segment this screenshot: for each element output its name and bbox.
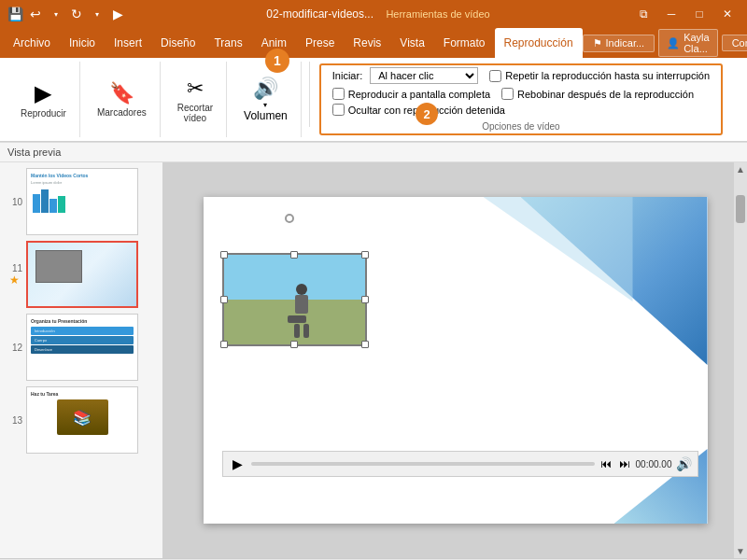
handle-bot-left[interactable] [220,341,228,348]
volume-dropdown-arrow: ▾ [263,101,267,109]
menu-trans[interactable]: Trans [204,28,251,58]
options-row-2: Reproducir a pantalla completa Rebobinar… [332,88,710,100]
vista-previa-label: Vista previa [7,147,61,158]
window-controls: ⧉ ─ □ ✕ [631,5,740,23]
skip-forward-button[interactable]: ⏭ [617,455,632,472]
slide-canvas: ▶ ⏮ ⏭ 00:00.00 🔊 [204,197,708,524]
menu-insert[interactable]: Insert [105,28,151,58]
play-button[interactable]: ▶ Reproducir [15,77,72,122]
ribbon-options-group: 2 Iniciar: Al hacer clic Automáticamente… [319,63,723,135]
iniciar-select[interactable]: Al hacer clic Automáticamente [370,67,478,84]
ribbon: 1 ▶ Reproducir 🔖 Marcadores ✂ Recortar v… [0,58,747,142]
volume-icon: 🔊 [253,77,278,101]
slide-panel[interactable]: 10 Mantén los Vídeos Cortos Lorem ipsum … [0,162,163,558]
person-silhouette [288,284,316,340]
markers-icon: 🔖 [109,81,134,105]
handle-top-left[interactable] [220,251,228,259]
slide-item-12[interactable]: 12 Organiza tu Presentación Introducción… [4,312,159,383]
video-progress-bar[interactable] [251,462,595,466]
user-button[interactable]: 👤 Kayla Cla... [658,29,718,57]
trim-button[interactable]: ✂ Recortar vídeo [172,73,218,127]
markers-button[interactable]: 🔖 Marcadores [92,77,152,121]
handle-mid-right[interactable] [361,296,369,303]
menu-formato[interactable]: Formato [434,28,495,58]
restore-btn[interactable]: ⧉ [631,5,655,23]
scroll-thumb-area [734,176,747,544]
title-bar: 💾 ↩ ▾ ↻ ▾ ▶ 02-modificar-videos... Herra… [0,0,747,28]
books-icon: 📚 [57,399,108,435]
badge-1: 1 [265,49,289,73]
share-button[interactable]: Compartir [722,35,747,51]
undo-icon[interactable]: ↩ [28,7,43,21]
hide-input[interactable] [332,104,345,116]
volume-content: 🔊 ▾ Volumen [238,62,293,137]
trim-content: ✂ Recortar vídeo [172,62,218,137]
menu-revis[interactable]: Revis [344,28,390,58]
handle-bot-right[interactable] [361,341,369,348]
handle-bot-mid[interactable] [290,341,298,348]
slide-thumb-13[interactable]: Haz tu Tarea 📚 [26,386,138,454]
redo-icon[interactable]: ↻ [69,7,84,21]
scroll-thumb[interactable] [736,195,745,223]
slide-thumb-11[interactable] [26,241,138,308]
slide-thumb-10[interactable]: Mantén los Vídeos Cortos Lorem ipsum dol… [26,168,138,235]
fullscreen-checkbox[interactable]: Reproducir a pantalla completa [332,88,490,100]
rewind-checkbox[interactable]: Rebobinar después de la reproducción [501,88,694,100]
slide-item-10[interactable]: 10 Mantén los Vídeos Cortos Lorem ipsum … [4,166,159,237]
repeat-checkbox[interactable]: Repetir la reproducción hasta su interru… [489,70,710,82]
present-icon[interactable]: ▶ [110,7,125,21]
edit-area[interactable]: ▶ ⏮ ⏭ 00:00.00 🔊 ▲ ▼ [163,162,747,558]
badge-2: 2 [416,103,438,125]
bg-shape-2 [484,197,633,328]
play-content: ▶ Reproducir [15,62,72,137]
slide-item-11[interactable]: 11 ★ [4,239,159,310]
slide-number-10: 10 [6,197,22,207]
options-row-1: Iniciar: Al hacer clic Automáticamente R… [332,67,710,84]
menu-inicio[interactable]: Inicio [60,28,105,58]
undo-dropdown[interactable]: ▾ [49,7,63,21]
volume-button[interactable]: 🔊 ▾ Volumen [238,73,293,126]
close-btn[interactable]: ✕ [715,5,740,23]
scroll-down-arrow[interactable]: ▼ [734,544,747,558]
handle-top-mid[interactable] [290,251,298,259]
video-thumbnail [224,255,365,344]
video-volume-icon[interactable]: 🔊 [676,456,692,471]
handle-top-right[interactable] [361,251,369,259]
video-element[interactable] [222,253,367,346]
ribbon-group-play: ▶ Reproducir [7,62,80,137]
ribbon-group-volume: 🔊 ▾ Volumen [231,62,302,137]
menu-reproduccion[interactable]: Reproducción [495,28,583,58]
title-icons: 💾 ↩ ▾ ↻ ▾ ▶ [7,7,125,21]
minimize-btn[interactable]: ─ [659,5,684,23]
repeat-input[interactable] [489,70,501,82]
maximize-btn[interactable]: □ [687,5,712,23]
fullscreen-input[interactable] [332,88,345,100]
skip-back-button[interactable]: ⏮ [599,455,613,472]
menu-prese[interactable]: Prese [296,28,344,58]
handle-mid-left[interactable] [220,296,228,303]
ribbon-sep [309,62,310,127]
rewind-input[interactable] [501,88,514,100]
user-icon: 👤 [667,37,680,49]
iniciar-row: Iniciar: Al hacer clic Automáticamente [332,67,478,84]
rewind-label: Rebobinar después de la reproducción [517,89,694,100]
menu-vista[interactable]: Vista [390,28,433,58]
slide-item-13[interactable]: 13 Haz tu Tarea 📚 [4,385,159,455]
time-display: 00:00.00 [636,459,672,469]
video-play-button[interactable]: ▶ [229,455,247,473]
save-icon[interactable]: 💾 [7,7,22,21]
slide-thumb-12[interactable]: Organiza tu Presentación Introducción Cu… [26,314,138,381]
rotate-handle[interactable] [285,214,294,223]
flag-icon: ⚑ [593,37,602,49]
play-icon: ▶ [35,80,51,106]
indicator-button[interactable]: ⚑ Indicar... [583,35,655,52]
scroll-up-arrow[interactable]: ▲ [734,162,747,176]
menu-diseno[interactable]: Diseño [151,28,204,58]
slide-number-11: 11 [6,263,22,273]
menu-archivo[interactable]: Archivo [4,28,60,58]
customize-icon[interactable]: ▾ [90,7,105,21]
edit-scrollbar[interactable]: ▲ ▼ [734,162,747,558]
options-row-3: Ocultar con reproducción detenida [332,104,710,116]
slide-number-12: 12 [6,343,22,353]
main-area: 10 Mantén los Vídeos Cortos Lorem ipsum … [0,162,747,558]
